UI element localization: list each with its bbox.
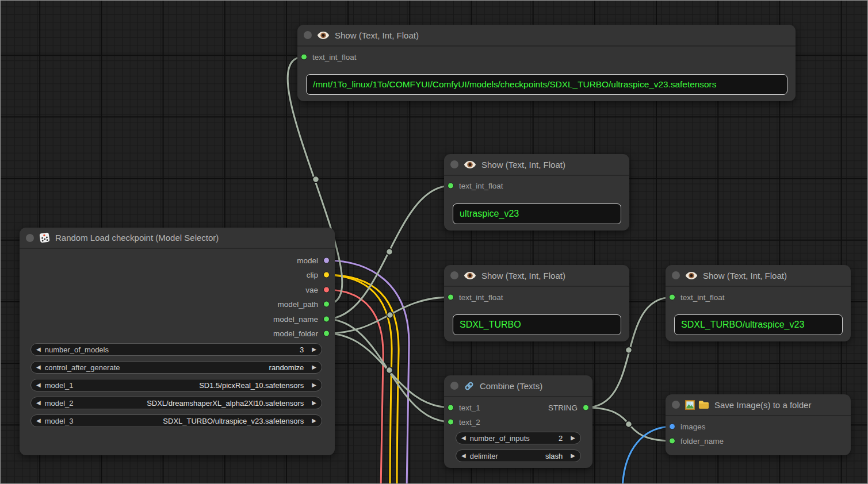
increment-icon[interactable]: ▶ <box>312 347 316 352</box>
decrement-icon[interactable]: ◀ <box>36 347 41 352</box>
link-dot <box>626 421 632 428</box>
link-dot <box>387 249 393 255</box>
output-port-model-path[interactable] <box>323 301 330 308</box>
link-clip-a <box>326 275 399 484</box>
eye-icon <box>685 271 698 280</box>
eye-icon <box>464 160 476 169</box>
node-save-images-to-folder[interactable]: Save Image(s) to a folder images folder_… <box>666 394 851 455</box>
output-port-label: model_path <box>277 300 318 309</box>
increment-icon[interactable]: ▶ <box>312 382 316 388</box>
decrement-icon[interactable]: ◀ <box>36 382 41 388</box>
widget-number-of-inputs[interactable]: ◀ number_of_inputs 2 ▶ <box>456 432 581 444</box>
shown-value: SDXL_TURBO/ultraspice_v23 <box>681 320 804 330</box>
widget-delimiter[interactable]: ◀ delimiter slash ▶ <box>456 450 581 462</box>
node-status-dot[interactable] <box>450 160 458 168</box>
input-port-row: text_int_float <box>301 53 357 62</box>
widget-model-3[interactable]: ◀ model_3 SDXL_TURBO/ultraspice_v23.safe… <box>30 414 322 427</box>
widget-label: number_of_inputs <box>470 434 530 443</box>
input-port-text-int-float[interactable] <box>301 54 307 60</box>
link-dot <box>626 347 632 354</box>
input-port-text-int-float[interactable] <box>448 294 454 301</box>
decrement-icon[interactable]: ◀ <box>36 418 41 424</box>
node-status-dot[interactable] <box>304 31 312 39</box>
widget-number-of-models[interactable]: ◀ number_of_models 3 ▶ <box>30 343 322 356</box>
input-port-text-2[interactable] <box>448 419 454 425</box>
folder-icon <box>698 400 709 409</box>
node-graph-canvas[interactable]: Show (Text, Int, Float) text_int_float /… <box>0 0 868 484</box>
widget-control-after-generate[interactable]: ◀ control_after_generate randomize ▶ <box>30 361 322 374</box>
node-show-model-name[interactable]: Show (Text, Int, Float) text_int_float u… <box>444 154 629 231</box>
node-title: Save Image(s) to a folder <box>714 400 811 410</box>
widget-model-2[interactable]: ◀ model_2 SDXL/dreamshaperXL_alpha2Xl10.… <box>30 397 322 409</box>
increment-icon[interactable]: ▶ <box>312 418 316 424</box>
node-title: Show (Text, Int, Float) <box>335 30 419 40</box>
input-port-label: text_int_float <box>459 182 503 190</box>
decrement-icon[interactable]: ◀ <box>461 435 466 441</box>
node-combine-texts[interactable]: Combine (Texts) text_1 text_2 STRING ◀ n… <box>444 375 592 468</box>
widget-model-1[interactable]: ◀ model_1 SD1.5/picxReal_10.safetensors … <box>30 379 322 391</box>
show-text-display[interactable]: SDXL_TURBO/ultraspice_v23 <box>674 314 843 335</box>
output-port-model-folder[interactable] <box>323 331 330 337</box>
input-port-label: text_int_float <box>459 293 503 302</box>
node-show-model-folder[interactable]: Show (Text, Int, Float) text_int_float S… <box>444 265 629 341</box>
output-port-row: model_path <box>277 300 330 309</box>
widget-value: SDXL/dreamshaperXL_alpha2Xl10.safetensor… <box>147 399 304 408</box>
node-status-dot[interactable] <box>672 271 680 279</box>
input-port-row: images <box>669 422 706 431</box>
output-port-label: model_folder <box>273 329 318 338</box>
node-title: Combine (Texts) <box>480 381 542 391</box>
node-status-dot[interactable] <box>450 271 458 279</box>
node-show-model-path[interactable]: Show (Text, Int, Float) text_int_float /… <box>297 25 796 101</box>
decrement-icon[interactable]: ◀ <box>461 453 466 459</box>
node-status-dot[interactable] <box>672 401 680 409</box>
node-title: Show (Text, Int, Float) <box>481 271 565 281</box>
increment-icon[interactable]: ▶ <box>571 435 575 441</box>
show-text-display[interactable]: SDXL_TURBO <box>453 314 621 335</box>
input-port-images[interactable] <box>669 424 675 430</box>
widget-value: SDXL_TURBO/ultraspice_v23.safetensors <box>163 417 304 425</box>
input-port-label: images <box>680 422 706 431</box>
link-dot <box>387 312 393 318</box>
eye-icon <box>317 31 330 40</box>
chain-link-icon <box>464 381 475 391</box>
input-port-row: folder_name <box>669 437 724 445</box>
increment-icon[interactable]: ▶ <box>312 400 316 406</box>
increment-icon[interactable]: ▶ <box>571 453 575 459</box>
widget-label: control_after_generate <box>45 363 120 372</box>
show-text-display[interactable]: /mnt/1To_linux/1To/COMFYUI/ComfyUI/model… <box>306 74 787 95</box>
widget-value: slash <box>545 452 563 460</box>
framed-picture-icon <box>685 400 695 410</box>
node-status-dot[interactable] <box>26 234 34 242</box>
output-port-label: STRING <box>548 404 578 412</box>
widget-label: delimiter <box>470 452 498 460</box>
node-title: Show (Text, Int, Float) <box>703 271 787 281</box>
input-port-folder-name[interactable] <box>669 438 675 444</box>
output-port-model[interactable] <box>323 258 330 264</box>
shown-value: ultraspice_v23 <box>460 209 519 219</box>
output-port-clip[interactable] <box>323 272 330 278</box>
node-title: Show (Text, Int, Float) <box>481 160 565 170</box>
output-port-string[interactable] <box>583 405 589 411</box>
link-dot <box>313 176 319 183</box>
node-status-dot[interactable] <box>450 382 458 390</box>
output-port-model-name[interactable] <box>323 316 330 322</box>
output-port-row: model_name <box>273 315 330 324</box>
widget-label: model_2 <box>45 399 74 408</box>
node-random-load-checkpoint[interactable]: Random Load checkpoint (Model Selector) … <box>20 228 335 455</box>
widget-value: 3 <box>300 345 304 354</box>
input-port-text-int-float[interactable] <box>669 294 675 301</box>
input-port-text-1[interactable] <box>448 405 454 411</box>
output-port-label: model_name <box>273 315 318 324</box>
widget-label: model_3 <box>45 417 74 425</box>
output-port-row: clip <box>307 271 330 279</box>
output-port-row: STRING <box>548 404 589 412</box>
input-port-text-int-float[interactable] <box>448 183 454 189</box>
decrement-icon[interactable]: ◀ <box>36 364 41 370</box>
increment-icon[interactable]: ▶ <box>312 364 316 370</box>
decrement-icon[interactable]: ◀ <box>36 400 41 406</box>
output-port-vae[interactable] <box>323 287 330 293</box>
node-show-combined[interactable]: Show (Text, Int, Float) text_int_float S… <box>666 265 851 341</box>
show-text-display[interactable]: ultraspice_v23 <box>453 203 621 224</box>
input-port-row: text_int_float <box>669 293 725 302</box>
shown-value: SDXL_TURBO <box>460 320 521 330</box>
